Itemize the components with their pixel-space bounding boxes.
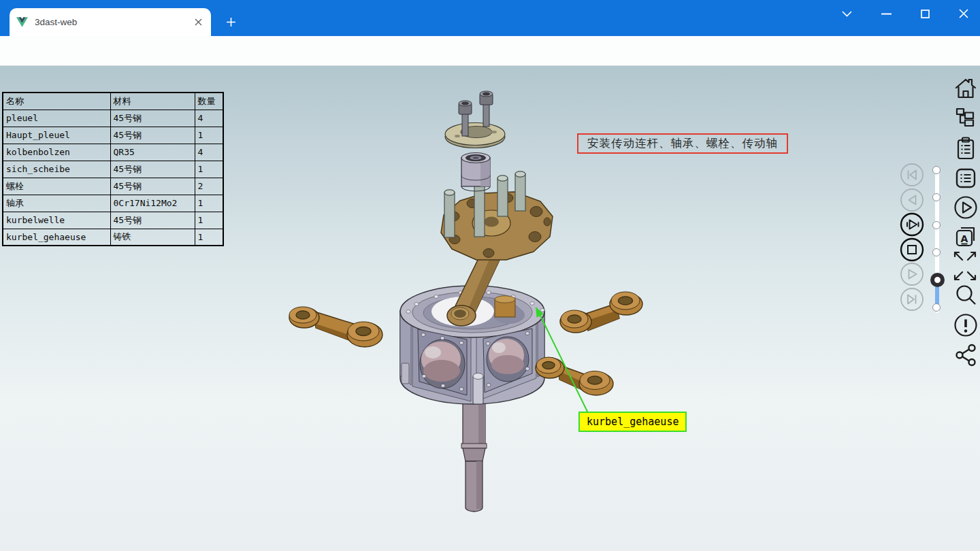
share-nodes-icon[interactable] [953, 342, 979, 371]
steps-list-icon[interactable] [953, 165, 979, 194]
svg-text:A: A [961, 233, 968, 244]
bom-row: kolbenbolzenQR354 [3, 144, 223, 161]
bom-row: pleuel45号钢4 [3, 110, 223, 127]
task-list-icon[interactable] [953, 135, 979, 165]
home-icon[interactable] [953, 76, 979, 104]
bom-cell: 1 [195, 229, 223, 246]
bom-cell: kurbelwelle [3, 212, 110, 229]
bom-table: 名称材料数量pleuel45号钢4Haupt_pleuel45号钢1kolben… [2, 92, 224, 246]
bom-row: 轴承0Cr17Ni12Mo21 [3, 195, 223, 212]
bom-cell: 1 [195, 195, 223, 212]
bom-cell: 轴承 [3, 195, 110, 212]
skip-to-start-button[interactable] [900, 163, 924, 187]
step-back-button[interactable] [900, 188, 924, 212]
stop-button[interactable] [900, 237, 924, 262]
bom-row: Haupt_pleuel45号钢1 [3, 127, 223, 144]
window-chevron-icon[interactable] [838, 5, 855, 22]
bom-cell: 1 [195, 127, 223, 144]
play-button[interactable] [900, 262, 924, 286]
bom-cell: 1 [195, 161, 223, 178]
structure-tree-icon[interactable] [953, 105, 979, 133]
step-thumb[interactable] [930, 273, 945, 287]
bom-cell: 2 [195, 178, 223, 195]
new-tab-button[interactable] [222, 13, 240, 31]
browser-tab[interactable]: 3dast-web [10, 8, 211, 36]
bom-row: kurbel_gehaeuse铸铁1 [3, 229, 223, 246]
bom-cell: kolbenbolzen [3, 144, 110, 161]
vue-logo-icon [16, 17, 28, 27]
tab-close-icon[interactable] [192, 16, 204, 29]
bom-cell: QR35 [110, 144, 195, 161]
step-dot[interactable] [932, 166, 941, 174]
bom-cell: pleuel [3, 110, 110, 127]
bom-cell: Haupt_pleuel [3, 127, 110, 144]
bom-header-cell: 名称 [3, 93, 110, 110]
connecting-rod-lower-right[interactable] [536, 357, 613, 395]
step-dot[interactable] [932, 193, 941, 201]
bom-cell: 4 [195, 110, 223, 127]
part-label: kurbel_gehaeuse [578, 412, 687, 432]
spider-plate-part[interactable] [441, 192, 553, 260]
bom-cell: 45号钢 [110, 212, 195, 229]
washer-part[interactable] [445, 123, 505, 148]
viewer-canvas[interactable]: 名称材料数量pleuel45号钢4Haupt_pleuel45号钢1kolben… [0, 66, 980, 551]
bom-cell: 1 [195, 212, 223, 229]
toolbar: 不安全 192.168.30.157:11182/index.html?view… [0, 36, 980, 66]
bom-cell: 45号钢 [110, 127, 195, 144]
bom-row: sich_scheibe45号钢1 [3, 161, 223, 178]
step-dot[interactable] [932, 248, 941, 256]
bearing-part[interactable] [461, 153, 490, 192]
bom-cell: 0Cr17Ni12Mo2 [110, 195, 195, 212]
bom-cell: 45号钢 [110, 178, 195, 195]
bom-cell: 铸铁 [110, 229, 195, 246]
step-dot[interactable] [932, 303, 941, 312]
crank-pin-part[interactable] [495, 296, 515, 317]
play-step-button[interactable] [900, 212, 924, 237]
info-icon[interactable] [953, 312, 979, 341]
connecting-rod-upper-right[interactable] [560, 292, 642, 333]
play-animation-icon[interactable] [953, 195, 979, 223]
bom-cell: 45号钢 [110, 110, 195, 127]
bom-cell: kurbel_gehaeuse [3, 229, 110, 246]
bom-row: kurbelwelle45号钢1 [3, 212, 223, 229]
window-maximize-icon[interactable] [917, 5, 933, 22]
step-dot[interactable] [932, 221, 941, 229]
fit-fullscreen-icon[interactable] [951, 248, 979, 286]
bom-cell: 4 [195, 144, 223, 161]
connecting-rod-left[interactable] [289, 307, 382, 347]
window-close-icon[interactable] [956, 5, 972, 22]
bom-header-cell: 数量 [195, 93, 223, 110]
window-minimize-icon[interactable] [878, 5, 894, 22]
skip-to-end-button[interactable] [900, 287, 924, 312]
zoom-search-icon[interactable] [953, 283, 979, 312]
step-annotation: 安装传动连杆、轴承、螺栓、传动轴 [577, 133, 788, 154]
bom-cell: 45号钢 [110, 161, 195, 178]
crankshaft-part[interactable] [461, 403, 487, 512]
browser-window: 3dast-web [0, 0, 980, 551]
bom-row: 螺栓45号钢2 [3, 178, 223, 195]
titlebar: 3dast-web [0, 0, 980, 36]
tab-title: 3dast-web [35, 17, 192, 27]
bom-header-cell: 材料 [110, 93, 195, 110]
step-slider[interactable] [931, 163, 943, 314]
bom-cell: 螺栓 [3, 178, 110, 195]
bom-cell: sich_scheibe [3, 161, 110, 178]
